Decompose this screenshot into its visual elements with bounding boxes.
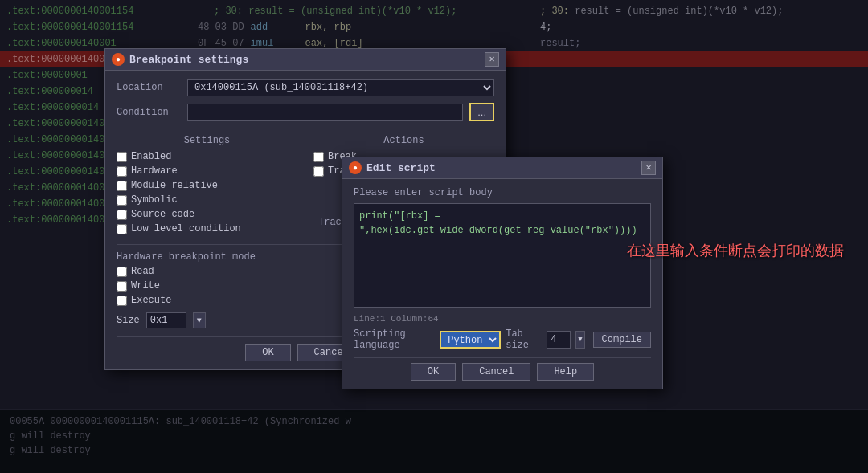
read-checkbox[interactable]: [117, 267, 127, 277]
size-input[interactable]: [146, 312, 186, 328]
symbolic-checkbox[interactable]: [117, 195, 127, 206]
bp-condition-row: Condition ...: [117, 103, 494, 121]
edit-cancel-button[interactable]: Cancel: [462, 363, 530, 381]
tab-size-input[interactable]: [547, 331, 571, 349]
edit-dialog-titlebar: ● Edit script ✕: [342, 157, 662, 179]
module-relative-checkbox[interactable]: [117, 181, 127, 191]
edit-help-button[interactable]: Help: [537, 363, 594, 381]
compile-button[interactable]: Compile: [593, 332, 651, 348]
bp-location-label: Location: [117, 82, 181, 93]
source-code-checkbox[interactable]: [117, 210, 127, 220]
source-code-label: Source code: [131, 209, 194, 220]
write-label: Write: [131, 280, 160, 292]
low-level-label: Low level condition: [131, 223, 241, 234]
bp-location-select[interactable]: 0x14000115A (sub_140001118+42): [187, 79, 494, 96]
cb-low-level: Low level condition: [117, 223, 297, 234]
tab-size-label: Tab size: [506, 328, 542, 351]
trace-checkbox[interactable]: [313, 166, 324, 177]
edit-status: Line:1 Column:64: [354, 314, 651, 324]
edit-bottom-row: Scripting language Python Tab size ▼ Com…: [354, 328, 651, 351]
cb-source-code: Source code: [117, 209, 297, 220]
edit-dialog-title: Edit script: [366, 162, 436, 174]
bp-dots-button[interactable]: ...: [469, 103, 494, 121]
bp-close-button[interactable]: ✕: [485, 52, 499, 67]
edit-dialog-actions: OK Cancel Help: [354, 357, 651, 381]
hardware-checkbox[interactable]: [117, 166, 127, 177]
execute-label: Execute: [131, 295, 171, 306]
hardware-label: Hardware: [131, 165, 178, 177]
break-checkbox[interactable]: [313, 152, 324, 162]
bp-location-row: Location 0x14000115A (sub_140001118+42): [117, 79, 494, 96]
tab-size-arrow[interactable]: ▼: [575, 331, 584, 349]
enabled-label: Enabled: [131, 151, 171, 162]
module-relative-label: Module relative: [131, 180, 218, 191]
scripting-language-label: Scripting language: [354, 328, 435, 351]
edit-close-button[interactable]: ✕: [641, 161, 656, 175]
actions-title: Actions: [313, 135, 494, 146]
edit-script-textarea[interactable]: print("[rbx] = ",hex(idc.get_wide_dword(…: [354, 203, 651, 308]
annotation-text: 在这里输入条件断点会打印的数据: [627, 241, 844, 260]
bp-ok-button[interactable]: OK: [245, 344, 290, 361]
low-level-checkbox[interactable]: [117, 224, 127, 234]
bp-dialog-title: Breakpoint settings: [129, 54, 248, 66]
bp-condition-input[interactable]: [187, 104, 463, 121]
bug-icon: ●: [112, 53, 125, 66]
read-label: Read: [131, 266, 154, 277]
cb-symbolic: Symbolic: [117, 194, 297, 206]
edit-bug-icon: ●: [349, 161, 362, 174]
size-label: Size: [117, 315, 140, 326]
enabled-checkbox[interactable]: [117, 152, 127, 162]
bp-settings-section: Settings Enabled Hardware Module relativ…: [117, 135, 297, 238]
cb-module-relative: Module relative: [117, 180, 297, 191]
language-select[interactable]: Python: [440, 331, 501, 349]
edit-hint: Please enter script body: [354, 187, 651, 198]
settings-title: Settings: [117, 135, 297, 146]
bp-condition-label: Condition: [117, 107, 181, 118]
cb-enabled: Enabled: [117, 151, 297, 162]
cb-hardware: Hardware: [117, 165, 297, 177]
edit-content: Please enter script body print("[rbx] = …: [342, 179, 662, 389]
execute-checkbox[interactable]: [117, 296, 127, 306]
size-arrow-button[interactable]: ▼: [193, 312, 206, 328]
edit-script-dialog: ● Edit script ✕ Please enter script body…: [342, 157, 663, 389]
edit-ok-button[interactable]: OK: [411, 363, 456, 381]
symbolic-label: Symbolic: [131, 194, 178, 206]
write-checkbox[interactable]: [117, 281, 127, 292]
bp-dialog-titlebar: ● Breakpoint settings ✕: [105, 49, 506, 71]
